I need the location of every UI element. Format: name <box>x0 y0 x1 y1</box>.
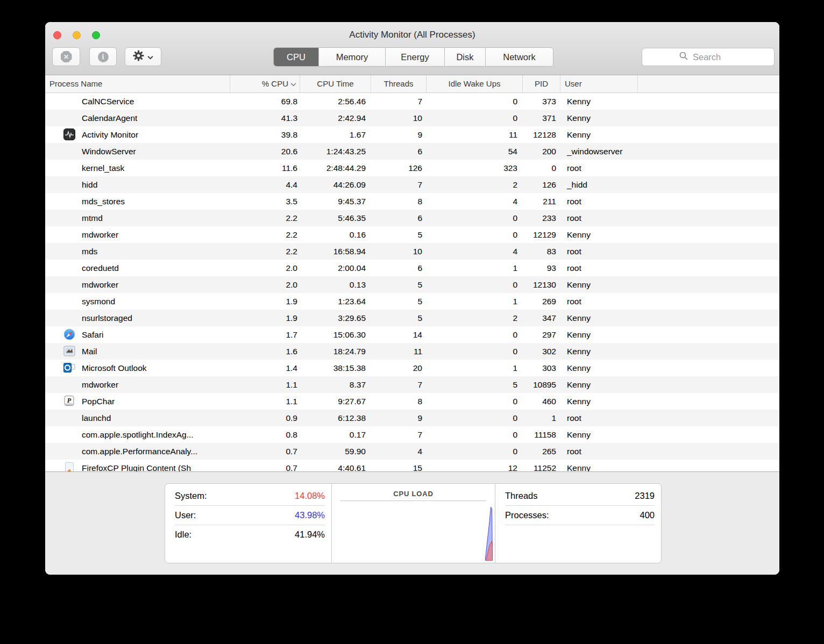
search-input[interactable] <box>692 52 737 63</box>
empty-cell <box>638 93 779 110</box>
process-name-cell: mtmd <box>45 210 230 226</box>
table-row[interactable]: Mail1.618:24.79110302Kenny <box>45 343 779 360</box>
column-header-pid[interactable]: PID <box>523 75 560 92</box>
empty-cell <box>638 276 779 293</box>
idle-wake-ups-cell: 1 <box>427 260 523 276</box>
pid-cell: 303 <box>523 360 560 376</box>
gear-icon <box>133 50 144 63</box>
tab-energy[interactable]: Energy <box>386 48 445 66</box>
stat-user: User: 43.98% <box>175 506 325 525</box>
user-cell: root <box>560 210 638 226</box>
column-header-cpu-time[interactable]: CPU Time <box>300 75 371 92</box>
table-row[interactable]: mds_stores3.59:45.3784211root <box>45 193 779 210</box>
process-name: launchd <box>82 413 111 423</box>
cpu-time-cell: 8.37 <box>300 376 371 393</box>
column-header-threads[interactable]: Threads <box>371 75 427 92</box>
process-name-cell: CalNCService <box>45 93 230 110</box>
cpu-time-cell: 9:45.37 <box>300 193 371 210</box>
user-cell: root <box>560 293 638 310</box>
cpu-load-graph <box>485 507 494 563</box>
empty-cell <box>638 226 779 243</box>
process-name: sysmond <box>82 297 115 306</box>
cpu-cell: 2.2 <box>230 210 300 226</box>
table-row[interactable]: com.apple.PerformanceAnaly...0.759.90402… <box>45 443 779 460</box>
outlook-icon <box>63 362 75 374</box>
cpu-time-cell: 2:48:44.29 <box>300 160 371 176</box>
column-header-process-name[interactable]: Process Name <box>45 75 230 92</box>
table-row[interactable]: mds2.216:58.9410483root <box>45 243 779 260</box>
table-row[interactable]: nsurlstoraged1.93:29.6552347Kenny <box>45 310 779 326</box>
threads-cell: 14 <box>371 326 427 343</box>
idle-wake-ups-cell: 2 <box>427 310 523 326</box>
process-name: mdworker <box>82 230 118 239</box>
column-header-user[interactable]: User <box>560 75 638 92</box>
tab-cpu[interactable]: CPU <box>274 48 319 66</box>
pid-cell: 12129 <box>523 226 560 243</box>
empty-cell <box>638 376 779 393</box>
threads-cell: 9 <box>371 126 427 143</box>
table-row[interactable]: Safari1.715:06.30140297Kenny <box>45 326 779 343</box>
table-row[interactable]: WindowServer20.61:24:43.25654200_windows… <box>45 143 779 160</box>
quit-process-button[interactable] <box>52 47 80 66</box>
pid-cell: 0 <box>523 160 560 176</box>
threads-count: 2319 <box>635 491 655 501</box>
empty-cell <box>638 443 779 460</box>
table-row[interactable]: mdworker1.18.377510895Kenny <box>45 376 779 393</box>
table-row[interactable]: launchd0.96:12.38901root <box>45 410 779 426</box>
threads-cell: 5 <box>371 276 427 293</box>
idle-wake-ups-cell: 0 <box>427 393 523 410</box>
search-icon <box>679 52 688 62</box>
column-header-empty <box>638 75 779 92</box>
threads-cell: 6 <box>371 143 427 160</box>
pid-cell: 200 <box>523 143 560 160</box>
threads-cell: 5 <box>371 310 427 326</box>
table-row[interactable]: CalendarAgent41.32:42.94100371Kenny <box>45 110 779 126</box>
table-row[interactable]: hidd4.444:26.0972126_hidd <box>45 176 779 193</box>
idle-wake-ups-cell: 0 <box>427 210 523 226</box>
view-segmented-control: CPU Memory Energy Disk Network <box>273 47 553 67</box>
table-row[interactable]: CalNCService69.82:56.4670373Kenny <box>45 93 779 110</box>
user-cell: Kenny <box>560 326 638 343</box>
process-name: CalNCService <box>82 97 134 106</box>
cpu-cell: 1.6 <box>230 343 300 360</box>
table-row[interactable]: mdworker2.00.135012130Kenny <box>45 276 779 293</box>
column-header-idle-wake-ups[interactable]: Idle Wake Ups <box>427 75 523 92</box>
cpu-time-cell: 1:24:43.25 <box>300 143 371 160</box>
user-cell: Kenny <box>560 310 638 326</box>
user-cell: root <box>560 243 638 260</box>
tab-network[interactable]: Network <box>486 48 553 66</box>
idle-wake-ups-cell: 12 <box>427 460 523 471</box>
table-row[interactable]: mtmd2.25:46.3560233root <box>45 210 779 226</box>
pid-cell: 83 <box>523 243 560 260</box>
table-row[interactable]: FirefoxCP Plugin Content (Sh0.74:40.6115… <box>45 460 779 471</box>
process-name: mds <box>82 247 97 256</box>
cpu-time-cell: 2:42.94 <box>300 110 371 126</box>
cpu-cell: 4.4 <box>230 176 300 193</box>
table-row[interactable]: coreduetd2.02:00.046193root <box>45 260 779 276</box>
table-row[interactable]: PPopChar1.19:27.6780460Kenny <box>45 393 779 410</box>
table-row[interactable]: Activity Monitor39.81.6791112128Kenny <box>45 126 779 143</box>
cpu-cell: 0.9 <box>230 410 300 426</box>
cpu-cell: 1.9 <box>230 293 300 310</box>
graph-divider <box>340 500 486 501</box>
table-row[interactable]: mdworker2.20.165012129Kenny <box>45 226 779 243</box>
table-row[interactable]: Microsoft Outlook1.438:15.38201303Kenny <box>45 360 779 376</box>
table-row[interactable]: sysmond1.91:23.6451269root <box>45 293 779 310</box>
search-field[interactable] <box>642 48 775 66</box>
view-options-button[interactable] <box>125 47 161 66</box>
table-row[interactable]: com.apple.spotlight.IndexAg...0.80.17701… <box>45 426 779 443</box>
threads-cell: 15 <box>371 460 427 471</box>
process-name: nsurlstoraged <box>82 313 132 323</box>
empty-cell <box>638 310 779 326</box>
cpu-cell: 69.8 <box>230 93 300 110</box>
column-header-cpu[interactable]: % CPU <box>230 75 300 92</box>
cpu-time-cell: 18:24.79 <box>300 343 371 360</box>
activity-monitor-icon <box>63 128 75 140</box>
tab-memory[interactable]: Memory <box>319 48 386 66</box>
inspect-process-button[interactable] <box>89 47 117 66</box>
table-row[interactable]: kernel_task11.62:48:44.291263230root <box>45 160 779 176</box>
threads-cell: 10 <box>371 110 427 126</box>
tab-disk[interactable]: Disk <box>445 48 486 66</box>
pid-cell: 269 <box>523 293 560 310</box>
idle-wake-ups-cell: 0 <box>427 343 523 360</box>
